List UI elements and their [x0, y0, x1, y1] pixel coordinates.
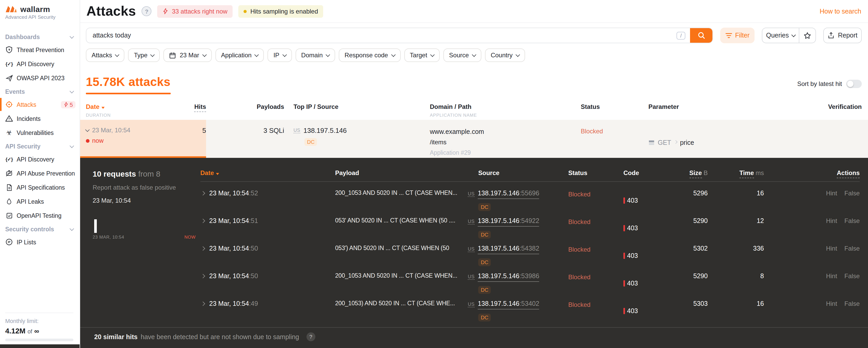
column-actions[interactable]: Actions [764, 169, 860, 177]
queries-button[interactable]: Queries [762, 28, 799, 43]
sidebar-item-ip-lists[interactable]: IP IP Lists [0, 235, 80, 249]
target-icon [5, 100, 13, 108]
search-input[interactable] [86, 32, 677, 39]
chip-response-code[interactable]: Response code [339, 49, 400, 62]
request-size: 5302 [676, 245, 708, 267]
request-row[interactable]: 23 Mar, 10:54:51 053' AND 5020 IN ... CT… [200, 211, 860, 239]
request-ip[interactable]: 138.197.5.146:54922 [478, 217, 539, 227]
request-code: 403 [623, 245, 676, 267]
chevron-right-icon[interactable] [201, 302, 205, 306]
chip-country[interactable]: Country [485, 49, 525, 62]
chevron-right-icon[interactable] [201, 191, 205, 196]
chip-application[interactable]: Application [215, 49, 264, 62]
chip-type[interactable]: Type [128, 49, 160, 62]
sidebar-item-api-abuse-prevention[interactable]: API Abuse Prevention [0, 166, 80, 180]
section-security-controls[interactable]: Security controls [0, 223, 80, 235]
false-action[interactable]: False [844, 272, 860, 294]
chip-domain[interactable]: Domain [296, 49, 335, 62]
chevron-down-icon [791, 33, 796, 37]
sampling-help-icon[interactable]: ? [307, 332, 315, 341]
country-code[interactable]: US [468, 191, 474, 197]
chip-attacks[interactable]: Attacks [86, 49, 125, 62]
hint-action[interactable]: Hint [826, 190, 837, 211]
attack-path[interactable]: /items [430, 137, 581, 147]
column-size[interactable]: Size B [676, 169, 708, 177]
sidebar-item-api-leaks[interactable]: API Leaks [0, 194, 80, 208]
country-code[interactable]: US [468, 274, 474, 280]
page-help-icon[interactable]: ? [142, 6, 152, 16]
sort-toggle[interactable] [846, 80, 862, 88]
sidebar-item-api-discovery[interactable]: {✓} API Discovery [0, 57, 80, 71]
request-row[interactable]: 23 Mar, 10:54:50 053') AND 5020 IN ... C… [200, 239, 860, 267]
sidebar: wallarm Advanced API Security Dashboards… [0, 0, 80, 348]
report-false-positive-link[interactable]: Report attack as false positive [93, 184, 197, 191]
attack-row[interactable]: 23 Mar, 10:54 now 5 3 SQLi US 138.197.5.… [80, 120, 868, 158]
request-ip[interactable]: 138.197.5.146:53986 [478, 272, 539, 282]
column-verification: Verification [820, 103, 862, 118]
country-code[interactable]: US [293, 128, 300, 133]
chevron-down-icon [70, 89, 74, 93]
chevron-down-icon [70, 226, 74, 231]
chip-target[interactable]: Target [404, 49, 440, 62]
attacks-right-now-badge[interactable]: 33 attacks right now [157, 5, 232, 18]
datacenter-badge: DC [478, 203, 491, 211]
sidebar-item-api-specifications[interactable]: API Specifications [0, 180, 80, 194]
sidebar-item-api-discovery-2[interactable]: {✓} API Discovery [0, 152, 80, 166]
sidebar-item-openapi-testing[interactable]: OpenAPI Testing [0, 208, 80, 223]
header-divider [200, 181, 860, 182]
hint-action[interactable]: Hint [826, 300, 837, 322]
search-button[interactable] [690, 28, 712, 43]
column-date[interactable]: Date [86, 103, 172, 111]
attack-live-label: now [92, 137, 103, 144]
chip-date[interactable]: 23 Mar [164, 49, 212, 62]
report-button[interactable]: Report [823, 28, 862, 43]
similar-hits-text: have been detected but are not shown due… [141, 333, 299, 341]
column-time[interactable]: Time ms [708, 169, 764, 177]
sidebar-item-attacks[interactable]: Attacks 5 [0, 97, 80, 112]
brand-block: wallarm Advanced API Security [0, 0, 80, 20]
hint-action[interactable]: Hint [826, 245, 837, 267]
chip-source[interactable]: Source [443, 49, 482, 62]
hint-action[interactable]: Hint [826, 217, 837, 239]
error-code-bar [623, 253, 625, 259]
country-code[interactable]: US [468, 246, 474, 252]
wallarm-console: wallarm Advanced API Security Dashboards… [0, 0, 868, 348]
error-code-bar [623, 198, 625, 204]
request-ip[interactable]: 138.197.5.146:55696 [478, 190, 539, 199]
column-duration: DURATION [86, 113, 172, 118]
sidebar-item-incidents[interactable]: Incidents [0, 112, 80, 125]
hint-action[interactable]: Hint [826, 272, 837, 294]
column-status: Status [568, 169, 623, 177]
false-action[interactable]: False [844, 300, 860, 322]
country-code[interactable]: US [468, 219, 474, 225]
sidebar-item-threat-prevention[interactable]: Threat Prevention [0, 43, 80, 57]
request-ip[interactable]: 138.197.5.146:53402 [478, 300, 539, 310]
sidebar-item-owasp-api-2023[interactable]: OWASP API 2023 [0, 71, 80, 85]
chevron-right-icon[interactable] [201, 274, 205, 279]
column-hits[interactable]: Hits [172, 103, 206, 118]
chevron-right-icon[interactable] [201, 219, 205, 223]
false-action[interactable]: False [844, 217, 860, 239]
section-dashboards[interactable]: Dashboards [0, 30, 80, 43]
request-row[interactable]: 23 Mar, 10:54:50 200_1053 AND 5020 IN ..… [200, 267, 860, 294]
chevron-right-icon[interactable] [201, 246, 205, 251]
error-code-bar [623, 308, 625, 314]
attack-domain[interactable]: www.example.com [430, 126, 581, 137]
attack-ip[interactable]: 138.197.5.146 [303, 126, 347, 135]
country-code[interactable]: US [468, 302, 474, 307]
favorite-star-button[interactable] [799, 28, 815, 43]
section-api-security[interactable]: API Security [0, 140, 80, 152]
request-ip[interactable]: 138.197.5.146:54382 [478, 245, 539, 254]
false-action[interactable]: False [844, 190, 860, 211]
request-row[interactable]: 23 Mar, 10:54:52 200_1053 AND 5020 IN ..… [200, 184, 860, 211]
request-row[interactable]: 23 Mar, 10:54:49 200_1053) AND 5020 IN .… [200, 294, 860, 322]
column-date[interactable]: Date [200, 169, 335, 177]
sidebar-item-vulnerabilities[interactable]: ☣ Vulnerabilities [0, 125, 80, 140]
false-action[interactable]: False [844, 245, 860, 267]
chip-ip[interactable]: IP [268, 49, 292, 62]
chevron-down-icon[interactable] [85, 127, 90, 132]
section-events[interactable]: Events [0, 85, 80, 97]
how-to-search-link[interactable]: How to search [819, 7, 861, 15]
filter-button[interactable]: Filter [720, 28, 754, 43]
request-code: 403 [623, 300, 676, 322]
